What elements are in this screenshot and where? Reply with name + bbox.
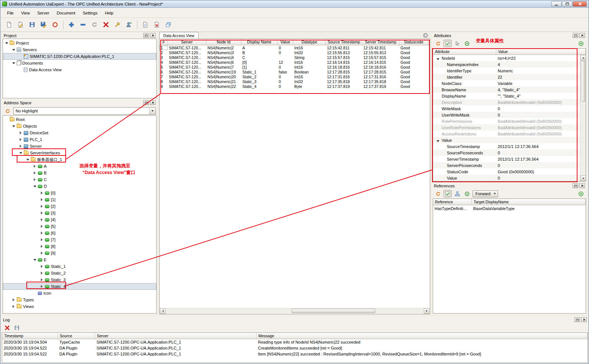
column-header-target-displayname[interactable]: Target DisplayName [472,199,586,205]
tab-data-access-view[interactable]: Data Access View [159,32,199,39]
dropdown-arrow-button[interactable] [149,108,156,114]
attribute-row-accessrestrictions[interactable]: AccessRestrictionsBadAttributeIdInvalid … [433,131,580,137]
dav-row-7[interactable]: 7SIMATIC.S7-120...NS4|Numeric|20Static_2… [160,74,430,79]
collapse-expander-icon[interactable] [32,258,37,262]
attribute-row-userwritemask[interactable]: UserWriteMask0 [433,112,580,118]
clear-log-button[interactable] [3,324,11,331]
attribute-row-sourcepicoseconds[interactable]: SourcePicoseconds0 [433,150,580,156]
tree-item-documents[interactable]: Documents [3,60,156,66]
server-properties-button[interactable] [112,19,123,30]
expand-expander-icon[interactable] [39,251,44,256]
column-header-source-timestamp[interactable]: Source Timestamp [326,39,362,45]
collapse-expander-icon[interactable] [4,41,9,46]
tree-item-project[interactable]: Project [3,40,156,46]
collapse-expander-icon[interactable] [11,47,16,52]
expand-expander-icon[interactable] [32,177,37,182]
tree-item-5[interactable]: [5] [3,223,156,230]
scrollbar-thumb[interactable] [292,309,375,313]
tree-item-simatic-s7-1200-opc-ua-application-plc-1[interactable]: SIMATIC.S7-1200.OPC-UA.Application:PLC_1 [3,53,156,60]
expand-expander-icon[interactable] [39,237,44,242]
tree-item-root[interactable]: Root [3,116,156,123]
scroll-up-button[interactable] [580,55,586,60]
scroll-left-button[interactable] [160,308,166,314]
column-header-source[interactable]: Source [58,333,95,339]
log-row[interactable]: 2020/3/30 15:19:04.522DA PluginSIMATIC.S… [2,345,588,351]
column-header-server[interactable]: Server [168,39,206,45]
highlight-filter-select[interactable]: No Highlight [13,107,156,115]
reconnect-server-button[interactable] [89,19,100,30]
close-panel-button[interactable] [150,33,156,38]
attribute-row-nodeid[interactable]: NodeIdns=4;i=22 [433,55,580,61]
expand-expander-icon[interactable] [39,211,44,216]
log-row[interactable]: 2020/3/30 15:19:04.522DA PluginSIMATIC.S… [2,351,588,357]
tree-item-1[interactable]: [1] [3,196,156,203]
tree-item-7[interactable]: [7] [3,236,156,243]
tree-item-types[interactable]: Types [3,296,156,303]
hierarchy-view-button[interactable] [453,190,461,197]
reference-direction-select[interactable]: Forward [472,190,498,197]
column-header-reference[interactable]: Reference [433,199,472,205]
expand-expander-icon[interactable] [39,217,44,222]
column-header-attribute[interactable]: Attribute [433,49,496,55]
log-row[interactable]: 2020/3/30 15:19:04.504TypeCacheSIMATIC.S… [2,339,588,345]
close-panel-button[interactable] [579,33,585,38]
refresh-address-space-button[interactable] [3,107,12,115]
column-header-datatype[interactable]: Datatype [293,39,326,45]
expand-expander-icon[interactable] [18,144,23,149]
column-header-message[interactable]: Message [256,333,588,339]
dav-row-6[interactable]: 6SIMATIC.S7-120...NS4|Numeric|19Static_1… [160,69,430,74]
tree-item-deviceset[interactable]: DeviceSet [3,129,156,136]
column-header-value[interactable]: Value [496,49,586,55]
attribute-row-writemask[interactable]: WriteMask0 [433,105,580,112]
tree-item-static-1[interactable]: Static_1 [3,263,156,270]
auto-update-toggle[interactable] [444,190,452,197]
add-attribute-button[interactable] [577,40,585,47]
save-button[interactable] [26,19,38,30]
tree-item-d[interactable]: D [3,183,156,190]
minimize-button[interactable] [551,1,562,7]
attribute-row-identifiertype[interactable]: IdentifierTypeNumeric [433,68,580,74]
tree-item-serverinterfaces[interactable]: ServerInterfaces [3,150,156,156]
collapse-expander-icon[interactable] [11,61,16,66]
collapse-expander-icon[interactable] [32,184,37,189]
dav-row-1[interactable]: 1SIMATIC.S7-120...NS4|Numeric|2A0Int1612… [160,45,430,50]
tree-item-objects[interactable]: Objects [3,123,156,129]
menu-help[interactable]: Help [101,9,117,17]
tree-item-e[interactable]: E [3,256,156,263]
dav-row-5[interactable]: 5SIMATIC.S7-120...NS4|Numeric|7[1]0Int16… [160,65,430,69]
tree-item-icon[interactable]: Icon [3,290,156,296]
window-layout-button[interactable] [163,19,174,30]
select-mode-button[interactable] [453,40,461,47]
refresh-attributes-button[interactable] [434,40,442,47]
tree-item-views[interactable]: Views [3,303,156,310]
watch-target-button[interactable] [463,40,471,47]
attribute-row-serverpicoseconds[interactable]: ServerPicoseconds0 [433,162,580,168]
close-panel-button[interactable] [581,317,587,322]
attribute-row-displayname[interactable]: DisplayName"", "Static_4" [433,93,580,99]
maximize-button[interactable] [562,1,572,7]
tree-item-1[interactable]: 服务器接口_1 [3,156,156,163]
close-panel-button[interactable] [150,100,156,105]
column-header-value[interactable]: Value [278,39,293,45]
undock-panel-button[interactable] [143,100,149,105]
expand-expander-icon[interactable] [18,137,23,142]
collapse-expander-icon[interactable] [435,57,440,60]
scrollbar-thumb[interactable] [581,61,585,102]
refresh-references-button[interactable] [434,190,442,197]
close-document-button[interactable] [151,19,163,30]
auto-update-toggle[interactable] [444,40,452,47]
tree-item-6[interactable]: [6] [3,230,156,236]
close-panel-button[interactable] [579,183,585,188]
tree-item-servers[interactable]: Servers [3,46,156,53]
expand-expander-icon[interactable] [39,244,44,249]
tree-item-static-4[interactable]: Static_4 [3,283,156,290]
expand-expander-icon[interactable] [32,164,37,169]
tree-item-2[interactable]: [2] [3,203,156,210]
expand-expander-icon[interactable] [39,231,44,236]
save-as-button[interactable] [38,19,49,30]
dav-row-2[interactable]: 2SIMATIC.S7-120...NS4|Numeric|3B0Int3212… [160,50,430,55]
column-header-server[interactable]: Server [95,333,256,339]
attribute-row-identifier[interactable]: Identifier22 [433,74,580,80]
tree-item-0[interactable]: [0] [3,190,156,196]
collapse-expander-icon[interactable] [18,151,23,155]
